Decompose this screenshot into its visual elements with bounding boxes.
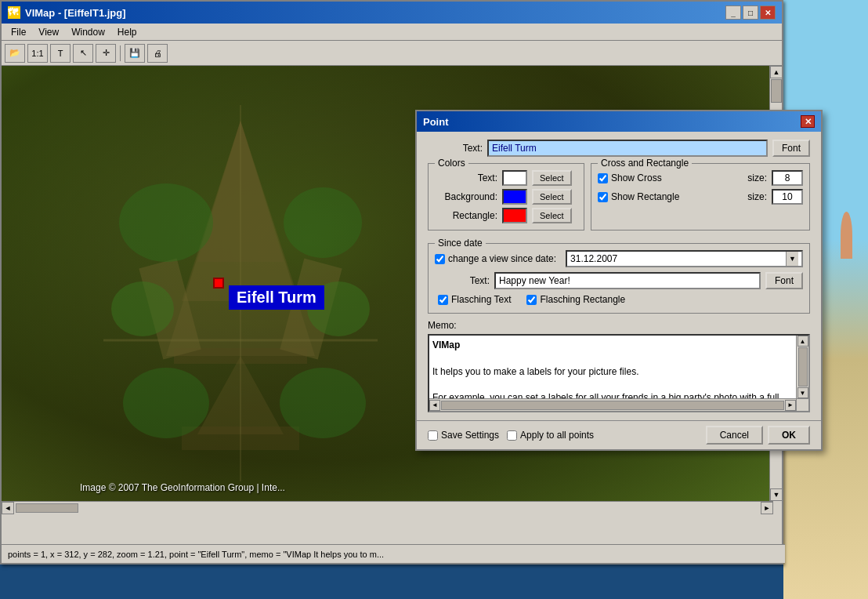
date-dropdown-arrow[interactable]: ▼: [786, 252, 798, 266]
memo-scroll-right[interactable]: ►: [785, 400, 796, 411]
map-copyright: Image © 2007 The GeoInformation Group | …: [80, 482, 285, 493]
show-cross-label: Show Cross: [611, 172, 662, 183]
save-settings-label: Save Settings: [441, 430, 499, 441]
text-field-label: Text:: [428, 143, 483, 154]
menu-window[interactable]: Window: [65, 25, 111, 39]
cross-size-label: size:: [747, 172, 767, 183]
font-button[interactable]: Font: [772, 140, 810, 157]
flash-rect-check[interactable]: Flasching Rectangle: [526, 294, 625, 305]
date-value: 31.12.2007: [570, 253, 786, 264]
rect-color-swatch[interactable]: [502, 208, 527, 223]
since-text-label: Text:: [435, 275, 490, 286]
flashing-row: Flasching Text Flasching Rectangle: [435, 292, 803, 307]
menu-file[interactable]: File: [5, 25, 32, 39]
text-color-row: Text: Select: [435, 170, 577, 186]
show-cross-row: Show Cross size:: [598, 170, 803, 186]
save-tool[interactable]: 💾: [125, 44, 145, 63]
toolbar: 📂 1:1 T ↖ ✛ 💾 🖨: [2, 41, 782, 66]
text-input[interactable]: [487, 140, 768, 157]
save-settings-checkbox[interactable]: [428, 430, 438, 441]
app-icon: 🗺: [8, 6, 20, 19]
scroll-thumb-h[interactable]: [16, 503, 78, 513]
rect-size-input[interactable]: [772, 189, 803, 205]
rect-color-select-btn[interactable]: Select: [532, 208, 572, 223]
open-tool[interactable]: 📂: [5, 44, 25, 63]
memo-text-content: VIMap It helps you to make a labels for …: [429, 336, 796, 398]
svg-point-11: [119, 183, 213, 262]
status-bar: points = 1, x = 312, y = 282, zoom = 1.2…: [2, 544, 785, 563]
show-rect-check[interactable]: Show Rectangle: [598, 191, 679, 202]
colors-group-label: Colors: [435, 158, 468, 169]
print-tool[interactable]: 🖨: [147, 44, 168, 63]
bg-color-select-btn[interactable]: Select: [532, 189, 572, 205]
eiffel-label: Eifell Turm: [229, 285, 324, 310]
text-color-swatch[interactable]: [502, 170, 527, 186]
svg-point-14: [280, 368, 366, 438]
show-rect-checkbox[interactable]: [598, 192, 608, 202]
show-cross-check[interactable]: Show Cross: [598, 172, 662, 183]
date-dropdown[interactable]: 31.12.2007 ▼: [566, 250, 803, 267]
cancel-button[interactable]: Cancel: [706, 426, 763, 445]
flash-text-check[interactable]: Flasching Text: [438, 294, 511, 305]
dialog-close-button[interactable]: ✕: [801, 115, 815, 128]
menu-bar: File View Window Help: [2, 24, 782, 41]
main-title-bar: 🗺 VIMap - [EiffelT1.jpg] _ □ ✕: [2, 2, 782, 24]
bg-color-swatch[interactable]: [502, 189, 527, 205]
dialog-body: Text: Font Colors Text: Select Backgroun…: [417, 132, 821, 420]
text-color-label: Text:: [435, 172, 497, 183]
maximize-button[interactable]: □: [743, 5, 758, 20]
status-text: points = 1, x = 312, y = 282, zoom = 1.2…: [8, 550, 384, 559]
move-tool[interactable]: ✛: [96, 44, 116, 63]
save-settings-check[interactable]: Save Settings: [428, 430, 499, 441]
menu-help[interactable]: Help: [111, 25, 143, 39]
close-button[interactable]: ✕: [760, 5, 776, 20]
dialog-bottom: Save Settings Apply to all points Cancel…: [417, 420, 821, 449]
text-color-select-btn[interactable]: Select: [532, 170, 572, 186]
toolbar-separator: [120, 45, 121, 61]
text-tool[interactable]: T: [50, 44, 71, 63]
apply-all-label: Apply to all points: [520, 430, 594, 441]
dialog-action-buttons: Cancel OK: [706, 426, 810, 445]
scroll-thumb-v[interactable]: [771, 79, 782, 103]
since-text-input[interactable]: [494, 272, 761, 289]
bg-color-label: Background:: [435, 191, 497, 202]
text-row: Text: Font: [428, 140, 810, 157]
cursor-tool[interactable]: ↖: [73, 44, 93, 63]
since-check-row: change a view since date: 31.12.2007 ▼: [435, 250, 803, 267]
svg-point-12: [284, 187, 362, 258]
show-cross-checkbox[interactable]: [598, 173, 608, 183]
memo-scroll-thumb-h[interactable]: [441, 401, 784, 410]
apply-all-check[interactable]: Apply to all points: [507, 430, 594, 441]
minimize-button[interactable]: _: [725, 5, 741, 20]
beach-person: [841, 212, 852, 259]
ok-button[interactable]: OK: [768, 426, 810, 445]
memo-scrollbar-vertical[interactable]: ▲ ▼: [796, 336, 808, 398]
flash-rect-checkbox[interactable]: [526, 295, 537, 305]
scroll-down-btn[interactable]: ▼: [770, 488, 783, 501]
zoom-tool[interactable]: 1:1: [27, 44, 48, 63]
since-date-checkbox[interactable]: [435, 254, 445, 264]
memo-scroll-up[interactable]: ▲: [797, 336, 808, 347]
show-rect-row: Show Rectangle size:: [598, 189, 803, 205]
memo-scrollbar-horizontal[interactable]: ◄ ►: [429, 398, 796, 411]
map-scrollbar-horizontal[interactable]: ◄ ►: [2, 501, 773, 514]
scroll-left-btn[interactable]: ◄: [2, 502, 14, 514]
menu-view[interactable]: View: [32, 25, 65, 39]
memo-scroll-corner: [796, 398, 808, 411]
since-date-check[interactable]: change a view since date:: [435, 253, 556, 264]
svg-point-13: [123, 368, 209, 438]
scroll-up-btn[interactable]: ▲: [770, 66, 783, 78]
since-text-row: Text: Font: [435, 272, 803, 289]
apply-all-checkbox[interactable]: [507, 430, 517, 441]
title-controls: _ □ ✕: [725, 5, 776, 20]
rect-size-label: size:: [747, 191, 767, 202]
since-font-button[interactable]: Font: [765, 272, 803, 289]
flash-text-checkbox[interactable]: [438, 295, 448, 305]
colors-group: Colors Text: Select Background: Select R…: [428, 163, 584, 231]
memo-scroll-left[interactable]: ◄: [429, 400, 440, 411]
point-dialog: Point ✕ Text: Font Colors Text: Select: [415, 110, 823, 451]
cross-size-input[interactable]: [772, 170, 803, 186]
memo-scroll-thumb-v[interactable]: [798, 347, 808, 387]
memo-scroll-down[interactable]: ▼: [797, 387, 808, 398]
scroll-right-btn[interactable]: ►: [761, 502, 773, 514]
